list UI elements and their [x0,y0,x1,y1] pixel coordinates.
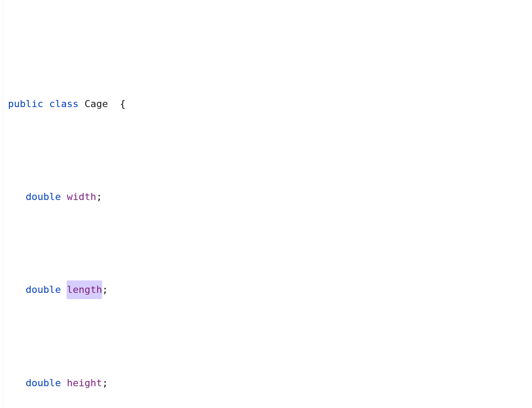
code-line[interactable]: double height ; [0,374,532,392]
code-line[interactable]: double length ; [0,280,532,299]
semi: ; [102,280,108,299]
code-line[interactable]: public class Cage { [0,95,532,113]
field-highlighted: length [67,280,102,299]
field: width [67,188,96,206]
keyword: double [26,374,61,392]
keyword: public [8,95,43,113]
field: height [67,374,102,392]
code-editor[interactable]: public class Cage { double width ; doubl… [0,0,532,408]
code-line[interactable]: double width ; [0,188,532,206]
keyword: double [26,188,61,206]
keyword: double [26,280,61,299]
semi: ; [102,374,108,392]
class-name: Cage [84,95,108,113]
semi: ; [96,188,102,206]
brace: { [120,95,126,113]
keyword: class [49,95,79,113]
